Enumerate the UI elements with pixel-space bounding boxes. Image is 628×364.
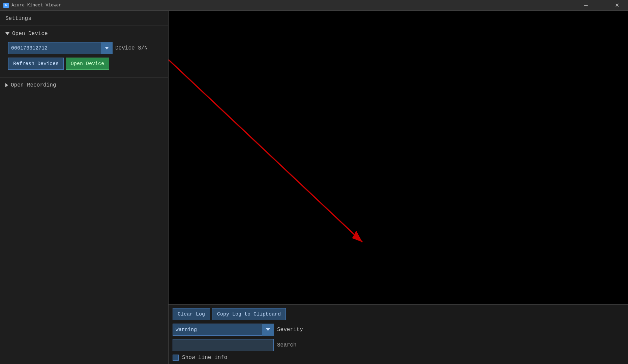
log-search-row: Search xyxy=(173,339,624,351)
app-title: Azure Kinect Viewer xyxy=(11,3,61,8)
maximize-button[interactable]: □ xyxy=(594,0,609,11)
sidebar: Settings Open Device 000173312712 Device… xyxy=(0,11,169,364)
divider-1 xyxy=(0,26,168,26)
open-device-header[interactable]: Open Device xyxy=(0,28,168,39)
severity-select[interactable]: Warning xyxy=(173,324,274,336)
search-label: Search xyxy=(277,342,297,348)
log-buttons-row: Clear Log Copy Log to Clipboard xyxy=(173,308,624,320)
content-area: Clear Log Copy Log to Clipboard Warning … xyxy=(169,11,628,364)
copy-log-button[interactable]: Copy Log to Clipboard xyxy=(212,308,286,320)
device-sn-label: Device S/N xyxy=(115,45,148,51)
close-button[interactable]: ✕ xyxy=(609,0,625,11)
main-container: Settings Open Device 000173312712 Device… xyxy=(0,11,628,364)
svg-line-1 xyxy=(169,60,362,242)
open-device-label: Open Device xyxy=(12,31,48,37)
severity-select-wrapper: Warning xyxy=(173,324,274,336)
app-icon: K xyxy=(3,3,9,8)
log-showline-row: Show line info xyxy=(173,355,624,361)
search-input[interactable] xyxy=(173,339,274,351)
open-device-button[interactable]: Open Device xyxy=(66,58,109,70)
collapse-icon xyxy=(5,32,9,35)
device-button-row: Refresh Devices Open Device xyxy=(8,58,163,70)
refresh-devices-button[interactable]: Refresh Devices xyxy=(8,58,64,70)
clear-log-button[interactable]: Clear Log xyxy=(173,308,210,320)
log-area: Clear Log Copy Log to Clipboard Warning … xyxy=(169,304,628,364)
severity-label: Severity xyxy=(277,327,303,333)
show-line-info-checkbox[interactable] xyxy=(173,355,179,361)
show-line-info-label: Show line info xyxy=(182,355,227,361)
open-device-content: 000173312712 Device S/N Refresh Devices … xyxy=(0,39,168,75)
open-recording-label: Open Recording xyxy=(11,82,56,88)
device-select[interactable]: 000173312712 xyxy=(8,42,113,54)
settings-label: Settings xyxy=(0,13,168,24)
minimize-button[interactable]: ─ xyxy=(578,0,594,11)
arrow-overlay xyxy=(169,11,628,304)
window-controls: ─ □ ✕ xyxy=(578,0,625,11)
title-bar-left: K Azure Kinect Viewer xyxy=(3,3,61,8)
device-select-row: 000173312712 Device S/N xyxy=(8,42,163,54)
divider-2 xyxy=(0,77,168,77)
log-filter-row: Warning Severity xyxy=(173,324,624,336)
title-bar: K Azure Kinect Viewer ─ □ ✕ xyxy=(0,0,628,11)
device-select-wrapper: 000173312712 xyxy=(8,42,113,54)
canvas-area xyxy=(169,11,628,304)
open-recording-header[interactable]: Open Recording xyxy=(0,79,168,91)
expand-icon xyxy=(5,83,8,87)
